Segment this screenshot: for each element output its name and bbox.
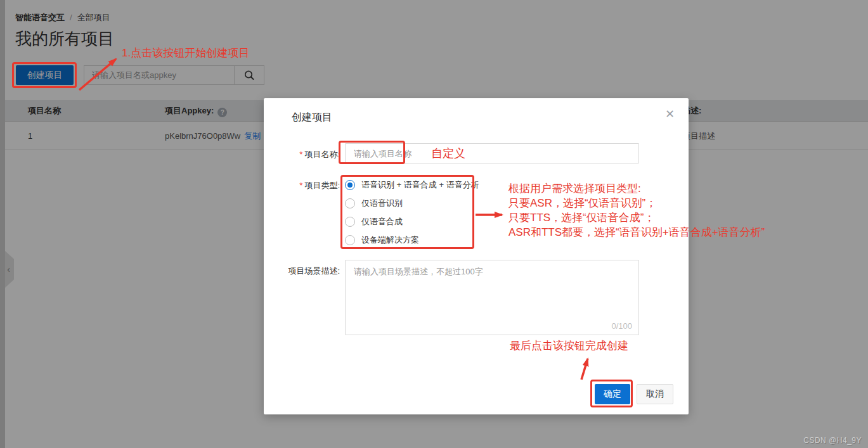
project-type-label: *项目类型: xyxy=(264,180,340,191)
project-name-input[interactable] xyxy=(345,143,639,163)
close-icon[interactable]: ✕ xyxy=(665,108,675,120)
project-desc-label: 项目场景描述: xyxy=(264,266,340,277)
radio-option-asr-tts-analysis[interactable]: 语音识别 + 语音合成 + 语音分析 xyxy=(345,176,479,194)
radio-option-device-solution[interactable]: 设备端解决方案 xyxy=(345,231,479,249)
char-counter: 0/100 xyxy=(611,321,632,331)
ok-button[interactable]: 确定 xyxy=(595,384,630,404)
project-type-radio-group: 语音识别 + 语音合成 + 语音分析 仅语音识别 仅语音合成 设备端解决方案 xyxy=(345,176,479,249)
modal-title: 创建项目 xyxy=(292,111,332,124)
create-project-modal: 创建项目 ✕ *项目名称: *项目类型: 语音识别 + 语音合成 + 语音分析 … xyxy=(264,98,689,414)
project-desc-textarea[interactable] xyxy=(346,260,638,321)
radio-option-tts-only[interactable]: 仅语音合成 xyxy=(345,212,479,231)
screen: ‹ 智能语音交互/全部项目 我的所有项目 创建项目 项目名称 项目Appkey:… xyxy=(0,0,868,448)
radio-selected-icon xyxy=(345,180,355,190)
radio-unselected-icon xyxy=(345,198,355,208)
project-desc-field: 0/100 xyxy=(345,260,639,335)
radio-unselected-icon xyxy=(345,235,355,245)
project-name-label: *项目名称: xyxy=(264,149,340,160)
radio-option-asr-only[interactable]: 仅语音识别 xyxy=(345,194,479,212)
radio-unselected-icon xyxy=(345,217,355,227)
cancel-button[interactable]: 取消 xyxy=(637,384,673,404)
watermark: CSDN @H4_9Y xyxy=(803,436,862,445)
